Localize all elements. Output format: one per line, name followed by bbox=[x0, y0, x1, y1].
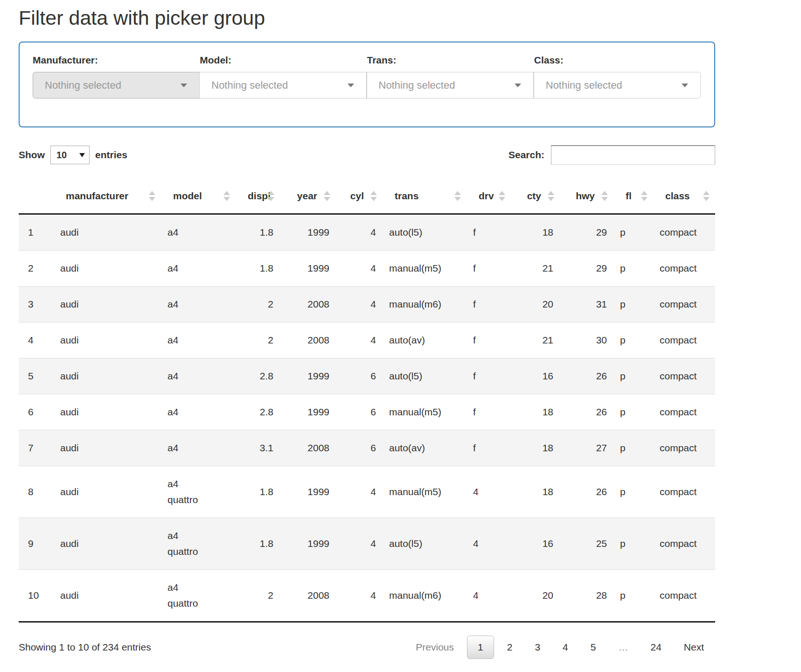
cell-model: a4 quattro bbox=[161, 466, 236, 518]
cell-class: compact bbox=[653, 251, 715, 287]
picker-value-model: Nothing selected bbox=[211, 79, 288, 91]
cell-cty: 20 bbox=[511, 570, 560, 622]
column-header-trans[interactable]: trans bbox=[383, 179, 467, 214]
column-header-model[interactable]: model bbox=[161, 179, 236, 214]
cell-year: 1999 bbox=[280, 394, 336, 430]
cell-drv: f bbox=[467, 251, 511, 287]
sort-icon bbox=[454, 191, 461, 201]
cell-cyl: 6 bbox=[336, 430, 383, 466]
cell-trans: manual(m6) bbox=[383, 287, 467, 322]
cell-rownum: 9 bbox=[19, 518, 54, 570]
pagination-page-1[interactable]: 1 bbox=[467, 636, 494, 659]
table-row[interactable]: 8audia4 quattro1.819994manual(m5)41826pc… bbox=[19, 466, 715, 518]
cell-trans: auto(l5) bbox=[383, 518, 467, 570]
cell-displ: 2.8 bbox=[236, 394, 280, 430]
cell-trans: auto(l5) bbox=[383, 214, 467, 251]
column-header-fl[interactable]: fl bbox=[613, 179, 653, 214]
column-header-drv[interactable]: drv bbox=[467, 179, 511, 214]
picker-label-class: Class: bbox=[534, 55, 701, 66]
column-header-year[interactable]: year bbox=[280, 179, 336, 214]
cell-rownum: 5 bbox=[19, 358, 54, 394]
picker-button-class[interactable]: Nothing selected bbox=[534, 72, 701, 98]
cell-model: a4 bbox=[161, 251, 236, 287]
sort-icon bbox=[641, 191, 648, 201]
sort-icon bbox=[601, 191, 608, 201]
cell-manufacturer: audi bbox=[54, 466, 161, 518]
pagination-next[interactable]: Next bbox=[673, 636, 715, 658]
cell-manufacturer: audi bbox=[54, 358, 161, 394]
pagination: Previous12345…24Next bbox=[404, 636, 715, 659]
cell-manufacturer: audi bbox=[54, 394, 161, 430]
cell-trans: manual(m5) bbox=[383, 251, 467, 287]
cell-rownum: 2 bbox=[19, 251, 54, 287]
table-row[interactable]: 7audia43.120086auto(av)f1827pcompact bbox=[19, 430, 715, 466]
cell-hwy: 27 bbox=[560, 430, 613, 466]
cell-cty: 16 bbox=[511, 518, 560, 570]
search-input[interactable] bbox=[551, 145, 715, 165]
entries-select[interactable]: 10 bbox=[50, 146, 90, 164]
table-row[interactable]: 3audia4220084manual(m6)f2031pcompact bbox=[19, 287, 715, 322]
cell-drv: f bbox=[467, 430, 511, 466]
sort-icon bbox=[499, 191, 505, 201]
column-header-manufacturer[interactable]: manufacturer bbox=[54, 179, 161, 214]
picker-col-class: Class: Nothing selected bbox=[534, 55, 701, 98]
pagination-page-5[interactable]: 5 bbox=[579, 636, 607, 658]
table-row[interactable]: 6audia42.819996manual(m5)f1826pcompact bbox=[19, 394, 715, 430]
sort-icon bbox=[149, 191, 155, 201]
cell-hwy: 25 bbox=[560, 518, 613, 570]
picker-button-model[interactable]: Nothing selected bbox=[199, 72, 366, 98]
cell-displ: 2 bbox=[236, 570, 280, 622]
cell-cty: 18 bbox=[511, 394, 560, 430]
cell-year: 1999 bbox=[280, 214, 336, 251]
cell-model: a4 bbox=[161, 214, 236, 251]
cell-displ: 2 bbox=[236, 287, 280, 322]
sort-icon bbox=[703, 191, 710, 201]
table-row[interactable]: 10audia4 quattro220084manual(m6)42028pco… bbox=[19, 570, 715, 622]
pagination-page-2[interactable]: 2 bbox=[496, 636, 524, 658]
cell-model: a4 quattro bbox=[161, 570, 236, 622]
pagination-previous[interactable]: Previous bbox=[404, 636, 465, 658]
cell-class: compact bbox=[653, 287, 715, 322]
cell-displ: 1.8 bbox=[236, 518, 280, 570]
cell-cty: 18 bbox=[511, 430, 560, 466]
cell-manufacturer: audi bbox=[54, 518, 161, 570]
cell-model: a4 bbox=[161, 358, 236, 394]
table-row[interactable]: 1audia41.819994auto(l5)f1829pcompact bbox=[19, 214, 715, 251]
cell-drv: f bbox=[467, 394, 511, 430]
column-header-class[interactable]: class bbox=[653, 179, 715, 214]
picker-label-trans: Trans: bbox=[367, 55, 534, 66]
cell-displ: 1.8 bbox=[236, 214, 280, 251]
column-header-cyl[interactable]: cyl bbox=[336, 179, 383, 214]
pagination-page-4[interactable]: 4 bbox=[551, 636, 579, 658]
table-row[interactable]: 2audia41.819994manual(m5)f2129pcompact bbox=[19, 251, 715, 287]
cell-rownum: 8 bbox=[19, 466, 54, 518]
cell-cyl: 4 bbox=[336, 466, 383, 518]
column-header-cty[interactable]: cty bbox=[511, 179, 560, 214]
cell-cty: 18 bbox=[511, 466, 560, 518]
picker-value-manufacturer: Nothing selected bbox=[45, 79, 121, 91]
cell-manufacturer: audi bbox=[54, 214, 161, 251]
cell-class: compact bbox=[653, 394, 715, 430]
cell-fl: p bbox=[613, 518, 653, 570]
cell-hwy: 26 bbox=[560, 394, 613, 430]
pagination-page-3[interactable]: 3 bbox=[523, 636, 551, 658]
cell-cty: 16 bbox=[511, 358, 560, 394]
column-header-hwy[interactable]: hwy bbox=[560, 179, 613, 214]
search-label: Search: bbox=[508, 149, 544, 161]
page-title: Filter data with picker group bbox=[19, 7, 715, 29]
column-header-displ[interactable]: displ bbox=[236, 179, 280, 214]
column-header-row-number bbox=[19, 179, 54, 214]
picker-value-trans: Nothing selected bbox=[379, 79, 455, 91]
cell-class: compact bbox=[653, 466, 715, 518]
cell-displ: 2.8 bbox=[236, 358, 280, 394]
sort-icon bbox=[324, 191, 330, 201]
table-row[interactable]: 9audia4 quattro1.819994auto(l5)41625pcom… bbox=[19, 518, 715, 570]
pagination-page-24[interactable]: 24 bbox=[639, 636, 672, 658]
cell-trans: auto(av) bbox=[383, 430, 467, 466]
entries-prefix-label: Show bbox=[19, 149, 45, 161]
picker-button-manufacturer[interactable]: Nothing selected bbox=[33, 72, 200, 98]
picker-button-trans[interactable]: Nothing selected bbox=[367, 72, 534, 98]
table-row[interactable]: 5audia42.819996auto(l5)f1626pcompact bbox=[19, 358, 715, 394]
cell-hwy: 29 bbox=[560, 251, 613, 287]
table-row[interactable]: 4audia4220084auto(av)f2130pcompact bbox=[19, 322, 715, 358]
